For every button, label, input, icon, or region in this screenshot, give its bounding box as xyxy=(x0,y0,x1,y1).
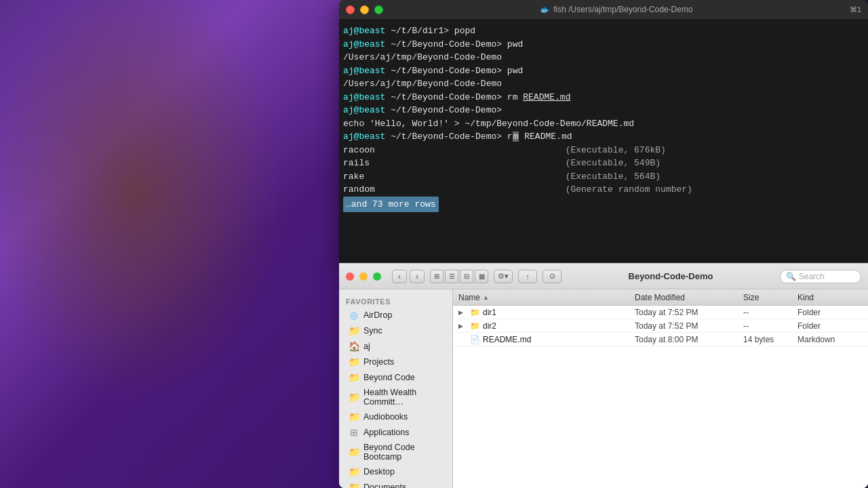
sidebar-item-airdrop-label: AirDrop xyxy=(363,310,392,320)
file-row-dir2[interactable]: ▶ 📁 dir2 Today at 7:52 PM -- Folder xyxy=(453,319,868,333)
readme-size: 14 bytes xyxy=(743,335,797,344)
sidebar-item-documents-label: Documents xyxy=(363,483,406,488)
terminal-window: 🐟 fish /Users/aj/tmp/Beyond-Code-Demo ⌘1… xyxy=(339,0,868,264)
finder-back-button[interactable]: ‹ xyxy=(392,270,407,283)
sidebar-item-projects[interactable]: 📁 Projects xyxy=(342,354,450,369)
column-kind-header[interactable]: Kind xyxy=(797,293,863,302)
sidebar-item-desktop[interactable]: 📁 Desktop xyxy=(342,464,450,479)
finder-maximize-button[interactable] xyxy=(373,272,381,281)
terminal-line-6: aj@beast ~/t/Beyond-Code-Demo> rm README… xyxy=(343,91,864,104)
applications-icon: ⊞ xyxy=(349,427,359,438)
terminal-minimize-button[interactable] xyxy=(360,5,369,14)
finder-search-box[interactable]: 🔍 Search xyxy=(780,270,861,283)
sync-folder-icon: 📁 xyxy=(349,325,359,336)
sidebar-item-desktop-label: Desktop xyxy=(363,467,395,476)
readme-name-label: README.md xyxy=(483,335,531,344)
sidebar-item-aj[interactable]: 🏠 aj xyxy=(342,339,450,354)
terminal-line-9: aj@beast ~/t/Beyond-Code-Demo> rm README… xyxy=(343,130,864,144)
file-row-dir1[interactable]: ▶ 📁 dir1 Today at 7:52 PM -- Folder xyxy=(453,306,868,319)
finder-share-button[interactable]: ↑ xyxy=(518,270,537,283)
column-name-header[interactable]: Name ▲ xyxy=(458,293,635,302)
sidebar-item-projects-label: Projects xyxy=(363,357,394,367)
audiobooks-folder-icon: 📁 xyxy=(349,411,359,422)
finder-forward-button[interactable]: › xyxy=(410,270,425,283)
sidebar-item-aj-label: aj xyxy=(363,342,370,351)
finder-column-view-button[interactable]: ⊟ xyxy=(460,270,473,283)
sidebar-item-documents[interactable]: 📁 Documents xyxy=(342,480,450,488)
terminal-line-8: echo 'Hello, World!' > ~/tmp/Beyond-Code… xyxy=(343,117,864,131)
sidebar-item-airdrop[interactable]: ◎ AirDrop xyxy=(342,308,450,323)
sidebar-item-beyond-code-bootcamp[interactable]: 📁 Beyond Code Bootcamp xyxy=(342,441,450,464)
finder-minimize-button[interactable] xyxy=(359,272,368,281)
terminal-titlebar: 🐟 fish /Users/aj/tmp/Beyond-Code-Demo ⌘1 xyxy=(339,0,868,19)
file-row-readme[interactable]: ▶ 📄 README.md Today at 8:00 PM 14 bytes … xyxy=(453,333,868,346)
terminal-close-button[interactable] xyxy=(346,5,355,14)
file-row-dir1-name: ▶ 📁 dir1 xyxy=(458,307,635,318)
disclosure-triangle-dir1[interactable]: ▶ xyxy=(458,309,467,316)
file-list: ▶ 📁 dir1 Today at 7:52 PM -- Folder ▶ 📁 xyxy=(453,306,868,488)
finder-nav-buttons: ‹ › xyxy=(392,270,425,283)
terminal-shortcut: ⌘1 xyxy=(850,5,861,14)
dir1-date: Today at 7:52 PM xyxy=(635,308,743,317)
finder-titlebar: ‹ › ⊞ ☰ ⊟ ▦ ⚙▾ ↑ ⊙ Beyond-Code-Demo 🔍 Se… xyxy=(339,264,868,289)
finder-title: Beyond-Code-Demo xyxy=(567,271,774,281)
disclosure-triangle-dir2[interactable]: ▶ xyxy=(458,323,467,329)
search-icon: 🔍 xyxy=(786,272,796,281)
beyond-code-folder-icon: 📁 xyxy=(349,372,359,383)
finder-window: ‹ › ⊞ ☰ ⊟ ▦ ⚙▾ ↑ ⊙ Beyond-Code-Demo 🔍 Se… xyxy=(339,263,868,488)
home-icon: 🏠 xyxy=(349,341,359,352)
terminal-line-2: aj@beast ~/t/Beyond-Code-Demo> pwd xyxy=(343,38,864,52)
sidebar-item-applications[interactable]: ⊞ Applications xyxy=(342,425,450,440)
sidebar-item-sync-label: Sync xyxy=(363,326,382,336)
terminal-line-1: aj@beast ~/t/B/dir1> popd xyxy=(343,24,864,38)
terminal-line-3: /Users/aj/tmp/Beyond-Code-Demo xyxy=(343,51,864,64)
finder-close-button[interactable] xyxy=(346,272,354,281)
terminal-icon: 🐟 xyxy=(540,5,550,14)
sidebar-item-health-wealth[interactable]: 📁 Health Wealth Committ… xyxy=(342,386,450,409)
sidebar-item-sync[interactable]: 📁 Sync xyxy=(342,323,450,338)
terminal-line-11: rails (Executable, 549B) xyxy=(343,157,864,170)
sidebar-item-beyond-code-label: Beyond Code xyxy=(363,373,415,382)
dir2-name-label: dir2 xyxy=(483,321,496,331)
dir1-size: -- xyxy=(743,308,797,317)
readme-date: Today at 8:00 PM xyxy=(635,335,743,344)
sidebar-item-applications-label: Applications xyxy=(363,428,409,437)
dir2-size: -- xyxy=(743,321,797,331)
dir1-name-label: dir1 xyxy=(483,308,496,317)
finder-arrange-button[interactable]: ⚙▾ xyxy=(494,270,513,283)
finder-sidebar: Favorites ◎ AirDrop 📁 Sync 🏠 aj 📁 Projec… xyxy=(339,289,453,488)
bootcamp-folder-icon: 📁 xyxy=(349,447,359,458)
finder-search-placeholder: Search xyxy=(799,272,825,281)
column-headers: Name ▲ Date Modified Size Kind xyxy=(453,289,868,306)
finder-body: Favorites ◎ AirDrop 📁 Sync 🏠 aj 📁 Projec… xyxy=(339,289,868,488)
readme-kind: Markdown xyxy=(797,335,863,344)
dir2-folder-icon: 📁 xyxy=(469,321,480,331)
sidebar-item-health-wealth-label: Health Wealth Committ… xyxy=(363,388,443,407)
column-size-header[interactable]: Size xyxy=(743,293,797,302)
finder-view-buttons: ⊞ ☰ ⊟ ▦ xyxy=(430,270,488,283)
sidebar-item-audiobooks-label: Audiobooks xyxy=(363,412,408,422)
sidebar-item-beyond-code[interactable]: 📁 Beyond Code xyxy=(342,370,450,385)
finder-coverflow-button[interactable]: ▦ xyxy=(475,270,488,283)
terminal-line-5: /Users/aj/tmp/Beyond-Code-Demo xyxy=(343,77,864,91)
sidebar-item-audiobooks[interactable]: 📁 Audiobooks xyxy=(342,409,450,424)
dir2-kind: Folder xyxy=(797,321,863,331)
finder-tags-button[interactable]: ⊙ xyxy=(542,270,561,283)
terminal-content[interactable]: aj@beast ~/t/B/dir1> popd aj@beast ~/t/B… xyxy=(339,19,868,218)
dir2-date: Today at 7:52 PM xyxy=(635,321,743,331)
dir1-folder-icon: 📁 xyxy=(469,307,480,318)
documents-folder-icon: 📁 xyxy=(349,482,359,488)
health-wealth-folder-icon: 📁 xyxy=(349,392,359,403)
airdrop-icon: ◎ xyxy=(349,310,359,321)
sort-arrow-icon: ▲ xyxy=(483,294,489,301)
projects-folder-icon: 📁 xyxy=(349,357,359,367)
terminal-line-12: rake (Executable, 564B) xyxy=(343,170,864,184)
terminal-maximize-button[interactable] xyxy=(374,5,383,14)
terminal-highlight-row: …and 73 more rows xyxy=(343,197,864,213)
main-window: 🐟 fish /Users/aj/tmp/Beyond-Code-Demo ⌘1… xyxy=(339,0,868,488)
dir1-kind: Folder xyxy=(797,308,863,317)
finder-list-view-button[interactable]: ☰ xyxy=(445,270,458,283)
finder-icon-view-button[interactable]: ⊞ xyxy=(430,270,443,283)
desktop-folder-icon: 📁 xyxy=(349,466,359,477)
column-date-header[interactable]: Date Modified xyxy=(635,293,743,302)
